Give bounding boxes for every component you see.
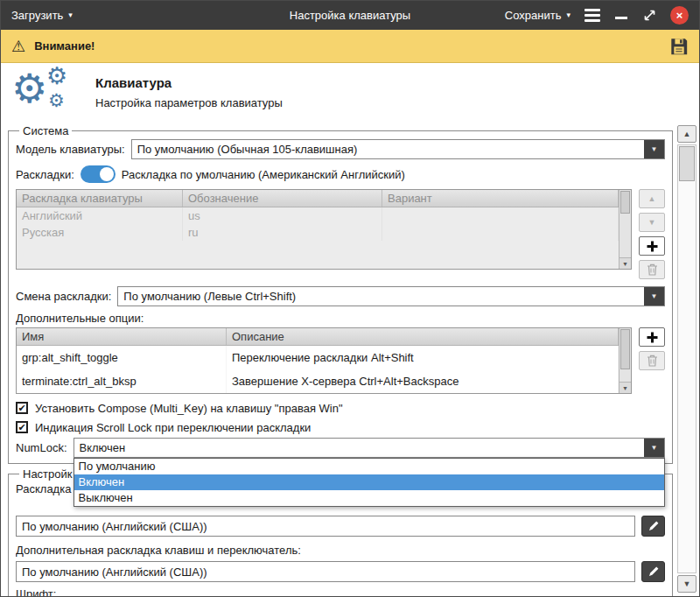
extra-layout-field[interactable]: По умолчанию (Английский (США)) [16, 561, 635, 582]
column-header-layout: Раскладка клавиатуры [17, 190, 183, 207]
maximize-button[interactable] [642, 9, 656, 23]
extra-layout-label: Дополнительная раскладка клавиш и перекл… [16, 544, 665, 558]
column-header-name: Имя [17, 328, 227, 345]
delete-option-button[interactable] [639, 351, 665, 370]
save-file-icon[interactable] [669, 37, 689, 56]
layouts-table-buttons: ▲ ▼ [639, 189, 665, 279]
layouts-table: Раскладка клавиатуры Обозначение Вариант… [16, 189, 632, 270]
console-layout-field[interactable]: По умолчанию (Английский (США)) [16, 516, 635, 537]
numlock-option-off[interactable]: Выключен [74, 490, 664, 506]
page-header: ⚙ ⚙ ⚙ Клавиатура Настройка параметров кл… [1, 63, 699, 121]
gear-icon: ⚙ [46, 65, 67, 88]
scrollbar-thumb[interactable] [620, 191, 630, 214]
scrollbar-thumb[interactable] [620, 329, 630, 369]
titlebar-actions: Сохранить ▾ × [505, 6, 689, 25]
plus-icon [646, 240, 659, 253]
table-scrollbar[interactable]: ▼ [619, 190, 631, 269]
scrolllock-checkbox[interactable]: ✔ [16, 421, 28, 433]
layouts-toggle-row: Раскладки: Раскладка по умолчанию (Амери… [16, 165, 665, 184]
scroll-down-icon[interactable]: ▼ [620, 257, 631, 269]
minimize-button[interactable] [614, 9, 628, 23]
pencil-icon [648, 520, 660, 532]
layout-switch-select[interactable]: По умолчанию (Левые Ctrl+Shift) ▼ [117, 286, 665, 306]
toggle-knob-icon [100, 167, 114, 181]
page-title: Клавиатура [95, 75, 283, 90]
menu-icon[interactable] [584, 9, 600, 22]
layout-switch-value: По умолчанию (Левые Ctrl+Shift) [118, 287, 644, 306]
default-layout-toggle[interactable] [80, 165, 116, 183]
edit-extra-layout-button[interactable] [641, 561, 665, 582]
numlock-option-on[interactable]: Включен [74, 474, 664, 490]
numlock-label: NumLock: [16, 441, 67, 454]
font-label: Шрифт: [16, 587, 665, 597]
compose-checkbox-row: ✔ Установить Compose (Multi_Key) на клав… [16, 399, 665, 417]
numlock-option-default[interactable]: По умолчанию [74, 459, 664, 474]
table-scrollbar[interactable]: ▼ [619, 328, 631, 393]
numlock-dropdown: По умолчанию Включен Выключен [74, 458, 665, 507]
option-name-cell: terminate:ctrl_alt_bksp [17, 369, 227, 393]
table-row[interactable]: Русская ru [17, 224, 619, 241]
column-header-description: Описание [227, 328, 619, 345]
layout-name-cell: Русская [17, 224, 183, 241]
column-header-code: Обозначение [183, 190, 382, 207]
chevron-down-icon[interactable]: ▼ [644, 439, 664, 457]
chevron-down-icon: ▾ [68, 11, 73, 19]
console-layout-value: По умолчанию (Английский (США)) [22, 520, 207, 533]
options-table-zone: Имя Описание grp:alt_shift_toggle Перекл… [16, 327, 665, 394]
chevron-down-icon: ▾ [566, 11, 570, 19]
layout-switch-row: Смена раскладки: По умолчанию (Левые Ctr… [16, 286, 665, 306]
move-up-button[interactable]: ▲ [639, 189, 665, 208]
layouts-table-header: Раскладка клавиатуры Обозначение Вариант [17, 190, 619, 207]
options-table-header: Имя Описание [17, 328, 619, 346]
expand-icon [643, 9, 656, 22]
option-desc-cell: Завершение X-сервера Ctrl+Alt+Backspace [227, 369, 619, 393]
pencil-icon [648, 565, 660, 578]
scroll-up-icon[interactable]: ▲ [677, 125, 696, 143]
numlock-select[interactable]: Включен ▼ [74, 438, 665, 458]
add-option-button[interactable] [639, 327, 665, 347]
system-group: Система Модель клавиатуры: По умолчанию … [8, 124, 673, 464]
keyboard-settings-window: Загрузить ▾ Настройка клавиатуры Сохрани… [0, 0, 700, 597]
layout-code-cell: us [183, 207, 382, 224]
load-menu-button[interactable]: Загрузить ▾ [11, 9, 73, 22]
scrollbar-thumb[interactable] [679, 146, 695, 181]
compose-checkbox[interactable]: ✔ [16, 402, 28, 414]
keyboard-model-row: Модель клавиатуры: По умолчанию (Обычная… [16, 139, 665, 159]
column-header-variant: Вариант [382, 190, 619, 207]
option-desc-cell: Переключение раскладки Alt+Shift [227, 346, 619, 369]
chevron-down-icon[interactable]: ▼ [644, 140, 664, 158]
extra-layout-row: По умолчанию (Английский (США)) [16, 561, 665, 582]
compose-checkbox-label: Установить Compose (Multi_Key) на клавиш… [35, 402, 343, 415]
table-row[interactable]: grp:alt_shift_toggle Переключение раскла… [17, 346, 619, 369]
chevron-down-icon[interactable]: ▼ [644, 287, 664, 306]
add-layout-button[interactable] [639, 236, 665, 256]
system-group-legend: Система [19, 124, 72, 137]
load-menu-label: Загрузить [11, 9, 63, 22]
content: Система Модель клавиатуры: По умолчанию … [1, 124, 699, 597]
keyboard-settings-icon: ⚙ ⚙ ⚙ [11, 65, 80, 119]
scrollbar-track[interactable] [677, 144, 696, 573]
keyboard-model-value: По умолчанию (Обычная 105-клавишная) [132, 140, 644, 158]
scroll-down-icon[interactable]: ▼ [677, 575, 696, 593]
warning-bar: ⚠ Внимание! [1, 30, 699, 63]
options-table-buttons [639, 327, 665, 370]
console-layout-row: По умолчанию (Английский (США)) [16, 516, 665, 537]
table-row[interactable]: Английский us [17, 207, 619, 224]
edit-console-layout-button[interactable] [641, 516, 665, 537]
layout-code-cell: ru [183, 224, 382, 241]
option-name-cell: grp:alt_shift_toggle [17, 346, 227, 369]
close-button[interactable]: × [670, 6, 689, 25]
page-subtitle: Настройка параметров клавиатуры [95, 96, 283, 109]
gear-icon: ⚙ [48, 91, 65, 109]
layout-variant-cell [382, 224, 619, 241]
table-row[interactable]: terminate:ctrl_alt_bksp Завершение X-сер… [17, 369, 619, 393]
warning-icon: ⚠ [11, 39, 25, 54]
keyboard-model-select[interactable]: По умолчанию (Обычная 105-клавишная) ▼ [131, 139, 665, 159]
save-menu-button[interactable]: Сохранить ▾ [505, 9, 570, 22]
layouts-label: Раскладки: [16, 168, 74, 181]
scroll-down-icon[interactable]: ▼ [620, 382, 631, 393]
move-down-button[interactable]: ▼ [639, 213, 665, 232]
gear-icon: ⚙ [11, 68, 47, 109]
page-scrollbar[interactable]: ▲ ▼ [677, 125, 696, 593]
delete-layout-button[interactable] [639, 260, 665, 279]
